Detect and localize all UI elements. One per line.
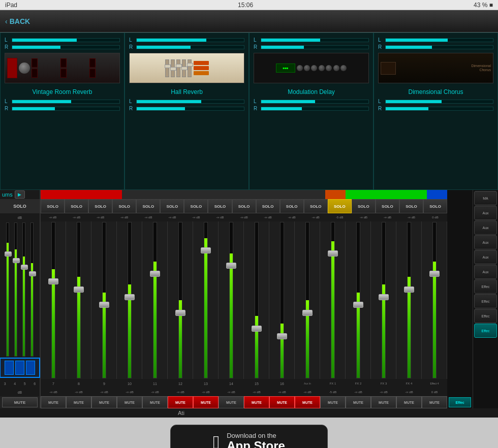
mute-btn-12-active[interactable]: MUTE [168,396,193,408]
solo-btn-13[interactable]: SOLO [280,199,304,213]
sidebar-aux2-label: Aux [482,226,488,230]
solo-btn-fx1[interactable]: SOLO [328,199,352,213]
effect-slot-4[interactable]: L R DimensionalChorus Dimensional Chorus… [374,33,498,190]
sidebar-effec1-btn[interactable]: Effec [474,279,497,294]
sidebar-effec4-btn[interactable]: Effec [474,324,497,338]
mute-btn-fx2[interactable]: MUTE [346,396,371,408]
appstore-button[interactable]:  Download on the App Store [170,425,328,448]
solo-btn-12[interactable]: SOLO [256,199,280,213]
mute-btn-drums[interactable]: MUTE [2,397,38,407]
mute-btn-fx4[interactable]: MUTE [396,396,422,408]
status-bar: iPad 15:06 43 % ■ [0,0,498,10]
sidebar-aux1-label: Aux [482,211,488,215]
mute-btn-15-active[interactable]: MUTE [244,396,269,408]
sidebar-effec1-label: Effec [482,285,490,289]
vrr-device [5,53,120,83]
back-label: BACK [10,17,30,25]
solo-btn-fx2[interactable]: SOLO [352,199,376,213]
channel-fx4 [396,221,422,379]
mixer-section: ums ▶ [0,190,498,408]
solo-btn-9[interactable]: SOLO [184,199,208,213]
sidebar-aux4-btn[interactable]: Aux [474,250,497,264]
mixer-main: ums ▶ [0,190,473,408]
mute-btn-11[interactable]: MUTE [142,396,168,408]
channel-14 [219,221,244,379]
mute-btn-auxin-active[interactable]: MUTE [295,396,320,408]
sidebar-aux3-label: Aux [482,241,488,244]
solo-btn-7[interactable]: SOLO [136,199,160,213]
effect-name-4: Dimensional Chorus [408,88,463,95]
effect-slot-2[interactable]: L R [124,33,249,190]
sidebar-effec3-label: Effec [482,314,490,318]
mute-btn-7[interactable]: MUTE [41,396,66,408]
sidebar-aux1-btn[interactable]: Aux [474,206,497,220]
effects-panel: L R Vintage Room Reverb L [0,33,498,190]
solo-btn-fx4[interactable]: SOLO [399,199,423,213]
track-label: ums [2,191,13,198]
channel-12 [168,221,193,379]
meter-r-bar-1 [12,45,120,49]
back-chevron-icon: ‹ [5,17,8,25]
mute-btn-8[interactable]: MUTE [66,396,91,408]
back-button[interactable]: ‹ BACK [5,17,30,25]
sidebar-aux4-label: Aux [482,255,488,259]
apple-icon:  [213,433,220,448]
effect-meters-bottom-4: L R [378,99,493,111]
effect-slot-1[interactable]: L R Vintage Room Reverb L [0,33,124,190]
meter-l-label-b1: L [5,99,10,104]
channel-fx2 [346,221,371,379]
channel-fx3 [371,221,396,379]
solo-btn-5[interactable]: SOLO [88,199,112,213]
mute-btn-fx3[interactable]: MUTE [371,396,396,408]
channel-13 [193,221,219,379]
solo-btn-11[interactable]: SOLO [232,199,256,213]
meter-lb-bar-1 [12,100,120,104]
effect-meters-top-1: L R [5,37,120,50]
mute-btn-14[interactable]: MUTE [219,396,244,408]
right-sidebar: MA Aux Aux Aux Aux Aux Effec Effec Effec… [473,190,498,408]
solo-btn-10[interactable]: SOLO [208,199,232,213]
meter-l-bar-1 [12,38,120,42]
effect-slot-3[interactable]: L R ■■■ [249,33,374,190]
channel-auxin [295,221,320,379]
sidebar-main-btn[interactable]: MA [474,191,497,205]
solo-btn-3[interactable]: SOLO [41,199,65,213]
time-label: 15:06 [238,2,253,9]
sidebar-effec3-btn[interactable]: Effec [474,309,497,323]
channel-16 [269,221,295,379]
sidebar-main-label: MA [483,197,488,200]
mute-btn-9[interactable]: MUTE [91,396,117,408]
appstore-download-label: Download on the [227,432,285,439]
md-device: ■■■ [254,53,369,83]
sidebar-effec2-btn[interactable]: Effec [474,294,497,308]
mute-btn-16-active[interactable]: MUTE [269,396,295,408]
battery-label: 43 % ■ [474,2,493,9]
appstore-text: Download on the App Store [227,432,285,448]
solo-btn-fx3[interactable]: SOLO [376,199,399,213]
play-button[interactable]: ▶ [15,190,25,199]
solo-btn-eff[interactable]: SOLO [423,199,447,213]
mute-btn-right[interactable]: Effec [449,397,471,407]
sidebar-aux2-btn[interactable]: Aux [474,220,497,235]
channel-fx1 [320,221,346,379]
meter-l-label: L [5,37,10,43]
sidebar-aux5-label: Aux [482,270,488,274]
solo-btn-14[interactable]: SOLO [304,199,328,213]
effect-name-3: Modulation Delay [288,88,335,95]
solo-left-label: SOLO [13,204,26,209]
mute-btn-fx1[interactable]: MUTE [320,396,346,408]
appstore-banner:  Download on the App Store [0,418,498,448]
channel-11 [142,221,168,379]
solo-btn-8[interactable]: SOLO [160,199,184,213]
sidebar-aux5-btn[interactable]: Aux [474,265,497,279]
sidebar-effec4-label: Effec [482,329,490,333]
effect-meters-bottom-1: L R [5,99,120,111]
mute-btn-10[interactable]: MUTE [117,396,142,408]
sidebar-aux3-btn[interactable]: Aux [474,235,497,249]
solo-btn-6[interactable]: SOLO [112,199,136,213]
channel-15 [244,221,269,379]
mute-btn-13-active[interactable]: MUTE [193,396,219,408]
solo-btn-4[interactable]: SOLO [65,199,88,213]
meter-r-label: R [5,44,10,50]
mute-btn-eff4[interactable]: MUTE [422,396,447,408]
